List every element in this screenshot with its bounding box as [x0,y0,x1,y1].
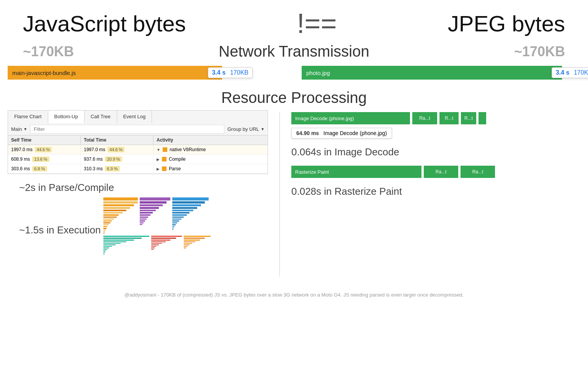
jpeg-network-bar: photo.jpg 3.4 s 170KB [302,66,562,80]
svg-rect-69 [184,243,192,244]
svg-rect-39 [172,222,177,223]
jpeg-bytes-title: JPEG bytes [448,11,565,36]
svg-rect-13 [103,228,106,229]
rasterize-section: Rasterize Paint Ra...t Ra...t [291,166,580,178]
svg-rect-4 [103,210,126,211]
svg-rect-42 [172,228,174,228]
js-network-bar: main-javascript-bundle.js 3.4 s 170KB [8,66,222,80]
svg-rect-57 [151,238,176,239]
image-decode-section: Image Decode (phone.jpg) Ra...t R...t R.… [291,112,580,139]
svg-rect-64 [151,249,154,250]
decode-bar-small-1: Ra...t [412,112,437,124]
network-transmission-label: Network Transmission [168,43,420,60]
svg-rect-32 [172,207,197,209]
svg-rect-36 [172,217,184,218]
total-time-cell-0: 1997.0 ms 44.6 % [81,145,154,154]
tab-flame-chart[interactable]: Flame Chart [8,111,48,123]
execution-label: ~1.5s in Execution [19,224,103,236]
svg-rect-45 [103,238,142,239]
activity-cell-1: ▶ Compile [154,155,268,164]
svg-rect-30 [172,201,205,204]
filter-input[interactable] [30,125,224,134]
svg-rect-14 [103,230,106,231]
svg-rect-35 [172,214,187,216]
decode-bars-row: Image Decode (phone.jpg) Ra...t R...t R.… [291,112,580,124]
svg-rect-72 [184,248,186,248]
rasterize-bars-row: Rasterize Paint Ra...t Ra...t [291,166,580,178]
svg-rect-53 [103,251,106,251]
js-tooltip: 3.4 s 170KB [208,67,253,78]
group-by-url-label: Group by URL [227,126,259,132]
decode-tooltip-label: Image Decode (phone.jpg) [323,130,387,136]
svg-rect-66 [184,238,205,239]
group-by-url-dropdown[interactable]: Group by URL ▼ [227,126,265,132]
svg-rect-71 [184,246,188,247]
svg-rect-15 [103,231,105,232]
svg-rect-27 [140,222,144,223]
devtools-panel: Flame Chart Bottom-Up Call Tree Event Lo… [8,110,268,277]
table-row: 608.9 ms 13.6 % 937.6 ms 20.9 % ▶ Compil… [8,155,268,164]
svg-rect-29 [172,197,209,200]
decode-tooltip-ms: 64.90 ms [296,130,319,136]
svg-rect-68 [184,241,195,242]
main-content: Flame Chart Bottom-Up Call Tree Event Lo… [0,110,588,277]
svg-rect-50 [103,246,112,247]
svg-rect-46 [103,240,134,241]
expand-icon-0[interactable]: ▼ [157,148,160,152]
svg-rect-62 [151,246,156,247]
tab-call-tree[interactable]: Call Tree [85,111,117,123]
js-size-label: ~170KB [23,44,168,60]
decode-bar-clip-1 [479,112,486,124]
image-decode-main-bar: Image Decode (phone.jpg) [291,112,410,124]
flame-chart-visual [103,197,211,259]
main-dropdown[interactable]: Main ▼ [11,126,27,132]
table-row: 303.6 ms 6.8 % 310.3 ms 6.9 % ▶ Parse [8,164,268,174]
svg-rect-70 [184,244,189,245]
svg-rect-51 [103,248,109,248]
jpeg-size-label: ~170KB [420,44,565,60]
parse-compile-label: ~2s in Parse/Compile [19,182,268,194]
svg-rect-56 [151,236,182,237]
svg-rect-54 [103,252,105,253]
svg-rect-12 [103,226,107,227]
svg-rect-6 [103,214,119,216]
jpeg-tooltip-time: 3.4 s [556,69,570,76]
svg-rect-10 [103,222,110,223]
col-total-time: Total Time [81,135,154,145]
svg-rect-43 [172,229,173,230]
activity-color-icon-1 [162,157,167,161]
svg-rect-34 [172,212,189,214]
svg-rect-7 [103,217,117,218]
js-tooltip-time: 3.4 s [212,69,226,76]
svg-rect-2 [103,204,134,206]
network-bars: main-javascript-bundle.js 3.4 s 170KB ph… [0,62,588,83]
svg-rect-49 [103,244,116,245]
self-time-cell-0: 1997.0 ms 44.6 % [8,145,81,154]
decode-bar-xs-1: R...t [439,112,459,124]
js-bar-section: main-javascript-bundle.js 3.4 s 170KB [0,66,294,80]
svg-rect-8 [103,218,114,220]
table-row: 1997.0 ms 44.6 % 1997.0 ms 44.6 % ▼ nati… [8,145,268,155]
activity-color-icon-0 [163,147,167,152]
svg-rect-28 [140,224,142,225]
rasterize-main-bar: Rasterize Paint [291,166,421,178]
rasterize-paint-label: 0.028s in Rasterize Paint [291,186,580,197]
devtools-toolbar: Main ▼ Group by URL ▼ [8,123,268,135]
tab-event-log[interactable]: Event Log [117,111,152,123]
expand-icon-2[interactable]: ▶ [157,167,160,171]
svg-rect-16 [103,233,105,234]
svg-rect-67 [184,240,200,241]
svg-rect-1 [103,201,138,204]
dropdown-arrow-icon: ▼ [23,127,27,131]
svg-rect-26 [140,220,145,222]
tab-bottom-up[interactable]: Bottom-Up [48,111,85,123]
expand-icon-1[interactable]: ▶ [157,157,160,161]
jpeg-tooltip: 3.4 s 170KB [552,67,588,78]
activity-color-icon-2 [162,166,167,171]
group-dropdown-arrow-icon: ▼ [261,127,265,131]
svg-rect-60 [151,243,162,244]
self-time-cell-1: 608.9 ms 13.6 % [8,155,81,164]
main-dropdown-label: Main [11,126,22,132]
js-bytes-title: JavaScript bytes [23,11,186,36]
decode-tooltip: 64.90 ms Image Decode (phone.jpg) [291,128,392,139]
